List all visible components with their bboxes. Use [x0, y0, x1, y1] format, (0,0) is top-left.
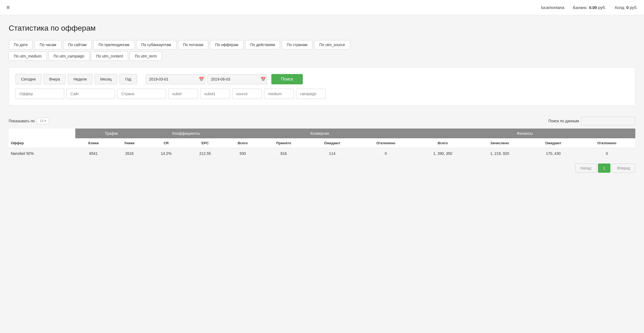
quick-week[interactable]: Неделя [68, 74, 92, 84]
table-controls: Показывать по 10 ▾ Поиск по данным [9, 112, 635, 129]
col-fin-credited: Зачислено [471, 138, 528, 148]
tab-by-prelanding[interactable]: По прелендингам [93, 40, 135, 49]
data-table: Трафик Коэффициенты Конверсии Финансы Оф… [9, 129, 635, 159]
cell-clicks: 6541 [75, 148, 112, 159]
per-page-select[interactable]: 10 ▾ [37, 118, 49, 124]
group-header-traffic: Трафик [75, 129, 147, 138]
cell-offer: Nanobet 50% [9, 148, 75, 159]
cell-uniques: 2616 [112, 148, 147, 159]
group-header-row: Трафик Коэффициенты Конверсии Финансы [9, 129, 635, 138]
source-filter[interactable] [232, 89, 262, 99]
username: lucamontana [541, 5, 564, 10]
filter-row-1: Сегодня Вчера Неделя Месяц Год 📅 📅 Поиск [15, 74, 629, 84]
subid1-filter[interactable] [200, 89, 230, 99]
cell-conv-rejected: 0 [357, 148, 414, 159]
group-header-coefficients: Коэффициенты [147, 129, 225, 138]
tabs-row-1: По дате По часам По сайтам По прелендинг… [9, 40, 635, 49]
medium-filter[interactable] [264, 89, 294, 99]
page-title: Статистика по офферам [9, 24, 635, 33]
page-1-button[interactable]: 1 [598, 164, 610, 173]
search-data-input[interactable] [581, 117, 635, 125]
filter-row-2 [15, 89, 629, 99]
col-clicks: Клики [75, 138, 112, 148]
menu-icon[interactable]: ≡ [6, 4, 10, 11]
site-filter[interactable] [66, 89, 115, 99]
tab-by-offer[interactable]: По офферам [210, 40, 243, 49]
per-page-chevron: ▾ [44, 119, 46, 123]
tab-by-action[interactable]: По действиям [245, 40, 280, 49]
next-page-button[interactable]: Вперед [612, 164, 635, 173]
campaign-filter[interactable] [296, 89, 326, 99]
cell-conv-total: 930 [225, 148, 260, 159]
cell-fin-rejected: 0 [578, 148, 635, 159]
header-right: lucamontana Баланс: 0.00 руб. Холд: 0 ру… [541, 5, 638, 10]
calendar-from-icon[interactable]: 📅 [199, 77, 204, 82]
col-uniques: Уники [112, 138, 147, 148]
table-body: Nanobet 50% 6541 2616 14.2% 212.55 930 8… [9, 148, 635, 159]
col-epc: EPC [185, 138, 225, 148]
page-content: Статистика по офферам По дате По часам П… [0, 15, 644, 181]
col-conv-rejected: Отклонено [357, 138, 414, 148]
col-offer: Оффер [9, 138, 75, 148]
country-filter[interactable] [117, 89, 166, 99]
cell-fin-pending: 170, 430 [528, 148, 578, 159]
tab-by-date[interactable]: По дате [9, 40, 33, 49]
calendar-to-icon[interactable]: 📅 [261, 77, 266, 82]
per-page-value: 10 [40, 119, 43, 123]
date-from-wrap: 📅 [146, 74, 205, 84]
tab-by-country[interactable]: По странам [282, 40, 313, 49]
filter-section: Сегодня Вчера Неделя Месяц Год 📅 📅 Поиск [9, 67, 635, 106]
cell-conv-pending: 114 [307, 148, 357, 159]
col-fin-rejected: Отклонено [578, 138, 635, 148]
quick-yesterday[interactable]: Вчера [44, 74, 66, 84]
tab-by-subaccount[interactable]: По субаккаунтам [136, 40, 176, 49]
header: ≡ lucamontana Баланс: 0.00 руб. Холд: 0 … [0, 0, 644, 15]
date-to-input[interactable] [211, 77, 258, 81]
col-header-row: Оффер Клики Уники CR EPC Всего Принято О… [9, 138, 635, 148]
balance: Баланс: 0.00 руб. [573, 5, 606, 10]
tab-by-utm-term[interactable]: По utm_term [130, 52, 162, 61]
tab-by-utm-source[interactable]: По utm_source [314, 40, 350, 49]
search-data-wrap: Поиск по данным [548, 117, 635, 125]
show-per-page: Показывать по 10 ▾ [9, 118, 49, 124]
col-fin-total: Всего [414, 138, 471, 148]
col-cr: CR [147, 138, 185, 148]
date-from-input[interactable] [149, 77, 197, 81]
table-container: Трафик Коэффициенты Конверсии Финансы Оф… [9, 129, 635, 159]
subid-filter[interactable] [168, 89, 198, 99]
cell-fin-credited: 1, 219, 920 [471, 148, 528, 159]
cell-fin-total: 1, 390, 350 [414, 148, 471, 159]
prev-page-button[interactable]: Назад [575, 164, 596, 173]
quick-year[interactable]: Год [119, 74, 137, 84]
tab-by-hour[interactable]: По часам [34, 40, 61, 49]
tab-by-utm-content[interactable]: По utm_content [91, 52, 128, 61]
tab-by-utm-campaign[interactable]: По utm_campaign [48, 52, 90, 61]
group-header-finance: Финансы [414, 129, 635, 138]
date-to-wrap: 📅 [207, 74, 267, 84]
tab-by-utm-medium[interactable]: По utm_medium [9, 52, 47, 61]
search-data-label: Поиск по данным [548, 119, 579, 123]
offer-filter[interactable] [15, 89, 64, 99]
search-button[interactable]: Поиск [271, 74, 303, 84]
col-conv-pending: Ожидают [307, 138, 357, 148]
cell-epc: 212.55 [185, 148, 225, 159]
cell-cr: 14.2% [147, 148, 185, 159]
group-header-empty [9, 129, 75, 138]
quick-month[interactable]: Месяц [95, 74, 117, 84]
tabs-row-2: По utm_medium По utm_campaign По utm_con… [9, 52, 635, 61]
pagination: Назад 1 Вперед [9, 159, 635, 175]
col-fin-pending: Ожидают [528, 138, 578, 148]
group-header-conversions: Конверсии [225, 129, 414, 138]
show-per-page-label: Показывать по [9, 119, 35, 123]
cell-conv-accepted: 816 [260, 148, 307, 159]
tab-by-stream[interactable]: По потокам [178, 40, 209, 49]
quick-today[interactable]: Сегодня [15, 74, 41, 84]
col-conv-accepted: Принято [260, 138, 307, 148]
table-row: Nanobet 50% 6541 2616 14.2% 212.55 930 8… [9, 148, 635, 159]
col-conv-total: Всего [225, 138, 260, 148]
tab-by-site[interactable]: По сайтам [63, 40, 92, 49]
hold: Холд: 0 руб. [614, 5, 638, 10]
